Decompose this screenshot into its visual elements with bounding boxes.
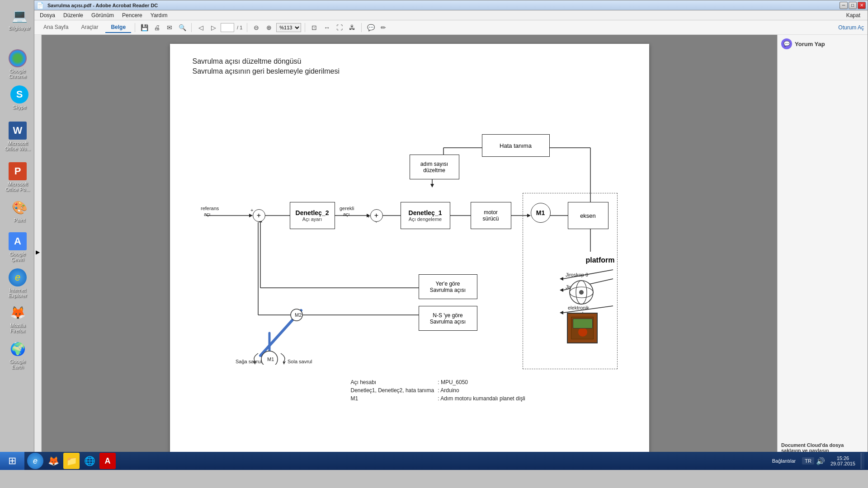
desktop-icon-powerpoint[interactable]: P MicrosoftOffice Po...: [2, 160, 33, 194]
computer-icon: 💻: [10, 6, 28, 24]
desktop-icon-skype[interactable]: S Skype: [4, 84, 35, 112]
denetlec2-title: Denetleç_2: [296, 209, 329, 216]
hata-tanima-label: Hata tanıma: [500, 142, 532, 149]
chrome-icon: [9, 49, 27, 67]
prev-page-button[interactable]: ◁: [195, 22, 206, 33]
desktop-icon-computer[interactable]: 💻 Bilgisayar: [4, 5, 35, 33]
left-panel-arrow[interactable]: ▶: [34, 35, 42, 469]
row1-value: : MPU_6050: [438, 378, 528, 386]
ie-icon: e: [9, 268, 27, 286]
search-button[interactable]: 🔍: [177, 22, 188, 33]
show-desktop-button[interactable]: [861, 453, 864, 469]
window-title: Savrulma açısı.pdf - Adobe Acrobat Reade…: [46, 3, 839, 8]
pdf-viewer[interactable]: Savrulma açısı düzeltme döngüsü Savrulma…: [42, 35, 777, 469]
right-panel-title: Yorum Yap: [795, 41, 825, 47]
toolbar-divider-3: [247, 23, 247, 32]
menu-dosya[interactable]: Dosya: [36, 11, 59, 19]
start-icon: ⊞: [8, 455, 16, 467]
ie-label: InternetExplorer: [9, 287, 27, 298]
menu-bar: Dosya Düzenle Görünüm Pencere Yardım Kap…: [34, 10, 868, 20]
minimize-button[interactable]: ─: [840, 2, 848, 9]
taskbar-icons: e 🦊 📁 🌐 A: [26, 452, 117, 470]
tools-button[interactable]: 🖧: [347, 22, 358, 33]
translate-label: Google Çeviri: [4, 251, 32, 262]
skype-label: Skype: [13, 104, 27, 110]
hata-tanima-box: Hata tanıma: [482, 134, 550, 157]
tab-ana-sayfa[interactable]: Ana Sayfa: [38, 22, 74, 33]
row3-label: M1: [351, 394, 438, 403]
gyroscope-symbol: [568, 279, 595, 306]
taskbar-ie[interactable]: e: [26, 452, 44, 470]
menu-pencere[interactable]: Pencere: [118, 11, 146, 19]
yere-gore-title: Yer'e göre: [436, 281, 460, 287]
taskbar-folder[interactable]: 📁: [62, 452, 80, 470]
svg-text:Sola savrul: Sola savrul: [288, 359, 312, 364]
fullscreen-button[interactable]: ⛶: [334, 22, 345, 33]
taskbar-date: 29.07.2015: [830, 461, 855, 466]
page-number-input[interactable]: 1: [221, 23, 234, 32]
tab-belge[interactable]: Belge: [105, 22, 131, 33]
earth-icon: 🌍: [9, 340, 27, 358]
fit-width-button[interactable]: ↔: [321, 22, 332, 33]
desktop-icon-chrome[interactable]: GoogleChrome: [2, 47, 33, 81]
svg-text:gerekli: gerekli: [340, 206, 354, 211]
pdf-title2: Savrulma açısının geri beslemeyle gideri…: [193, 67, 627, 75]
svg-marker-1: [249, 214, 253, 217]
desktop-icon-earth[interactable]: 🌍 Google Earth: [2, 338, 33, 371]
fit-page-button[interactable]: ⊡: [309, 22, 320, 33]
oturum-ac-button[interactable]: Kapat: [841, 11, 866, 19]
menu-yardim[interactable]: Yardım: [147, 11, 171, 19]
earth-label: Google Earth: [4, 359, 32, 370]
zoom-in-button[interactable]: ⊕: [264, 22, 274, 33]
taskbar-links: Bağlantılar: [772, 458, 796, 464]
diagram-container: Jiroskop θ Jiroskop β1 elektronik pusula: [193, 84, 627, 365]
comment-button[interactable]: 💬: [365, 22, 376, 33]
svg-marker-5: [367, 214, 370, 217]
taskbar-chrome[interactable]: 🌐: [80, 452, 99, 470]
ns-gore-title: N-S 'ye göre: [433, 312, 462, 319]
next-page-button[interactable]: ▷: [208, 22, 219, 33]
menu-gorunum[interactable]: Görünüm: [88, 11, 118, 19]
firefox-label: MozillaFirefox: [10, 323, 25, 333]
markup-button[interactable]: ✏: [378, 22, 389, 33]
pdf-page: Savrulma açısı düzeltme döngüsü Savrulma…: [170, 44, 649, 460]
zoom-out-button[interactable]: ⊖: [251, 22, 262, 33]
desktop-icon-firefox[interactable]: 🦊 MozillaFirefox: [2, 302, 33, 335]
oturum-ac-link[interactable]: Oturum Aç: [838, 24, 864, 31]
zoom-select[interactable]: %113: [276, 23, 301, 32]
denetlec1-box: Denetleç_1 Açı dengeleme: [401, 202, 450, 229]
word-label: MicrosoftOffice Wo...: [5, 141, 30, 151]
save-button[interactable]: 💾: [139, 22, 150, 33]
denetlec2-box: Denetleç_2 Açı ayarı: [290, 202, 335, 229]
adim-sayisi-box: adım sayısı düzeltme: [410, 155, 459, 179]
taskbar-firefox[interactable]: 🦊: [44, 452, 62, 470]
drone-diagram: M2 M1 Sağa savr: [233, 306, 324, 365]
email-button[interactable]: ✉: [164, 22, 175, 33]
powerpoint-label: MicrosoftOffice Po...: [5, 181, 30, 192]
desktop-icon-paint[interactable]: 🎨 Paint: [4, 197, 35, 225]
toolbar-divider-5: [361, 23, 362, 32]
toolbar-divider-1: [135, 23, 135, 32]
word-icon: W: [9, 122, 27, 140]
start-button[interactable]: ⊞: [0, 452, 24, 470]
tab-araclar[interactable]: Araçlar: [75, 22, 104, 33]
right-panel: 💬 Yorum Yap Document Cloud'da dosya sakl…: [777, 35, 868, 469]
close-button[interactable]: ✕: [858, 2, 866, 9]
svg-text:M2: M2: [295, 312, 302, 318]
menu-duzenle[interactable]: Düzenle: [60, 11, 87, 19]
maximize-button[interactable]: □: [849, 2, 857, 9]
print-button[interactable]: 🖨: [151, 22, 162, 33]
desktop-icon-ie[interactable]: e InternetExplorer: [2, 267, 33, 300]
row3-value: : Adım motoru kumandalı planet dişli: [438, 394, 528, 403]
desktop-icon-word[interactable]: W MicrosoftOffice Wo...: [2, 120, 33, 153]
pdf-title1: Savrulma açısı düzeltme döngüsü: [193, 57, 627, 66]
taskbar-acrobat[interactable]: A: [99, 452, 117, 470]
desktop: 📄 Savrulma açısı.pdf - Adobe Acrobat Rea…: [0, 0, 868, 470]
svg-text:Sağa savrul: Sağa savrul: [236, 359, 262, 364]
taskbar-volume[interactable]: 🔊: [816, 457, 825, 465]
desktop-icon-translate[interactable]: A Google Çeviri: [2, 230, 33, 264]
computer-label: Bilgisayar: [9, 25, 30, 31]
taskbar: ⊞ e 🦊 📁 🌐 A Bağlantılar TR 🔊: [0, 452, 868, 470]
denetlec2-sub: Açı ayarı: [302, 216, 322, 222]
taskbar-lang[interactable]: TR: [802, 457, 814, 465]
